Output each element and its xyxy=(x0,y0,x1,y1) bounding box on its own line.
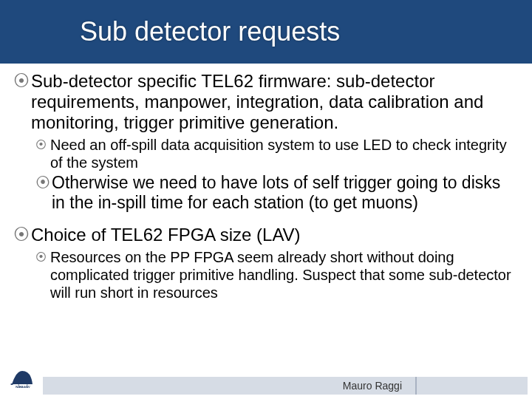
slide-title: Sub detector requests xyxy=(80,16,340,47)
bullet-text: Need an off-spill data acquisition syste… xyxy=(50,136,514,171)
footer-separator xyxy=(415,377,417,395)
author-name: Mauro Raggi xyxy=(343,380,402,392)
title-bar: Sub detector requests xyxy=(0,0,532,64)
bullet-level1: ⦿ Choice of TEL62 FPGA size (LAV) xyxy=(13,225,514,245)
bullet-level2: ⦿ Otherwise we need to have lots of self… xyxy=(13,173,514,213)
bullet-level3: ⦿ Need an off-spill data acquisition sys… xyxy=(13,136,514,171)
target-bullet-icon: ⦿ xyxy=(13,71,31,92)
footer: NA62-LAV Mauro Raggi xyxy=(0,368,532,399)
experiment-logo: NA62-LAV xyxy=(6,368,40,389)
bullet-level3: ⦿ Resources on the PP FPGA seem already … xyxy=(13,248,514,301)
content-area: ⦿ Sub-detector specific TEL62 firmware: … xyxy=(0,64,532,301)
bullet-text: Otherwise we need to have lots of self t… xyxy=(52,173,514,213)
bullet-text: Resources on the PP FPGA seem already sh… xyxy=(50,248,514,301)
target-bullet-icon: ⦿ xyxy=(35,136,50,154)
target-bullet-icon: ⦿ xyxy=(13,225,31,245)
target-bullet-icon: ⦿ xyxy=(35,173,52,192)
bullet-text: Choice of TEL62 FPGA size (LAV) xyxy=(31,225,301,245)
bullet-text: Sub-detector specific TEL62 firmware: su… xyxy=(31,71,514,133)
footer-bar: Mauro Raggi xyxy=(43,377,528,395)
logo-text: NA62-LAV xyxy=(16,385,30,389)
bullet-level1: ⦿ Sub-detector specific TEL62 firmware: … xyxy=(13,71,514,133)
target-bullet-icon: ⦿ xyxy=(35,248,50,266)
